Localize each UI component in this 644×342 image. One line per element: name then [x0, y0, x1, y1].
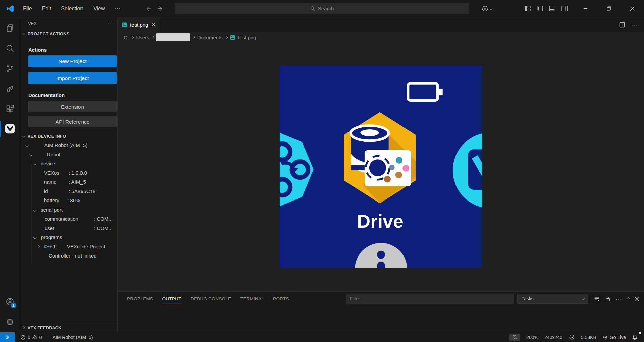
split-editor-icon[interactable] [619, 22, 625, 28]
redacted-user-segment[interactable] [156, 33, 190, 41]
import-project-button[interactable]: Import Project [28, 72, 117, 84]
panel-tab-terminal[interactable]: TERMINAL [240, 294, 264, 303]
tree-row[interactable]: name : AIM_5 [19, 178, 117, 187]
copilot-icon [481, 5, 489, 12]
tree-row[interactable]: id : 5A895C18 [19, 187, 117, 196]
remote-indicator[interactable] [0, 332, 15, 342]
panel-more-actions-icon[interactable]: ··· [616, 296, 622, 302]
section-label: VEX DEVICE INFO [28, 134, 66, 139]
menu-edit[interactable]: Edit [38, 4, 55, 14]
toggle-panel-icon[interactable] [549, 5, 556, 12]
vex-extension-icon[interactable] [0, 121, 19, 137]
notifications-bell-icon[interactable] [629, 332, 641, 342]
output-filter-input[interactable] [346, 294, 514, 304]
settings-gear-icon[interactable] [0, 314, 19, 330]
chevron-right-icon [192, 36, 195, 39]
tree-row[interactable]: user : COM... [19, 224, 117, 233]
panel-tab-ports[interactable]: PORTS [273, 294, 289, 303]
activity-bar: 1 [0, 17, 19, 332]
error-icon [20, 335, 26, 340]
customize-layout-icon[interactable] [524, 5, 531, 12]
tree-row[interactable]: AIM Robot (AIM_5) [19, 141, 117, 150]
menu-selection[interactable]: Selection [57, 4, 87, 14]
vision-card-icon [364, 150, 411, 186]
new-project-button[interactable]: New Project [28, 55, 117, 67]
status-bar: 0 0 AIM Robot (AIM_5) 200% 240x240 5.53K… [0, 332, 644, 342]
sidebar-title: VEX [28, 21, 37, 26]
breadcrumb-documents[interactable]: Documents [197, 35, 223, 40]
tree-row[interactable]: device [19, 159, 117, 169]
chevron-down-icon [26, 144, 29, 147]
output-channel-select[interactable]: Tasks [517, 294, 588, 304]
chevron-down-icon [22, 32, 25, 35]
tab-test-png[interactable]: test.png ✕ [118, 17, 159, 32]
image-file-icon [122, 22, 127, 28]
tab-label: test.png [130, 22, 148, 28]
tree-row[interactable]: programs [19, 233, 117, 242]
tree-row[interactable]: Robot [19, 150, 117, 160]
section-label: VEX FEEDBACK [28, 325, 62, 330]
tree-row[interactable]: battery : 80% [19, 196, 117, 206]
sidebar-more-actions-icon[interactable]: ··· [108, 21, 113, 26]
tree-row-program[interactable]: C++ 1: VEXcode Project [19, 242, 117, 252]
breadcrumb-users[interactable]: Users [136, 35, 149, 40]
extension-doc-button[interactable]: Extension [28, 101, 117, 112]
problems-status[interactable]: 0 0 [17, 332, 45, 342]
image-preview: Drive [118, 42, 644, 291]
account-icon[interactable]: 1 [0, 294, 19, 310]
lock-scroll-icon[interactable] [605, 296, 611, 302]
zoom-out-button[interactable] [506, 332, 523, 342]
editor-more-actions-icon[interactable]: ··· [632, 22, 638, 28]
global-search-box[interactable]: Search [175, 3, 469, 14]
cpp-file-icon: C++ [44, 244, 52, 249]
toggle-secondary-sidebar-icon[interactable] [561, 5, 568, 12]
restore-button[interactable] [597, 0, 621, 17]
section-device-info[interactable]: VEX DEVICE INFO [19, 132, 117, 140]
tree-row[interactable]: Controller - not linked [19, 251, 117, 261]
section-project-actions[interactable]: PROJECT ACTIONS [19, 30, 117, 38]
clear-output-icon[interactable] [594, 296, 600, 302]
toggle-primary-sidebar-icon[interactable] [536, 5, 543, 12]
editor-group: test.png ✕ ··· C: Users Documents test.p… [118, 17, 644, 332]
test-png-image: Drive [280, 66, 482, 268]
error-count: 0 [28, 335, 30, 340]
tree-row[interactable]: VEXos : 1.0.0.0 [19, 169, 117, 178]
search-placeholder: Search [318, 6, 334, 11]
image-zoom-level[interactable]: 200% [523, 332, 541, 342]
image-file-size[interactable]: 5.53KB [578, 332, 599, 342]
connected-device-status[interactable]: AIM Robot (AIM_5) [50, 332, 96, 342]
back-arrow-icon[interactable] [145, 6, 151, 12]
tree-row[interactable]: communication : COM... [19, 215, 117, 224]
close-tab-icon[interactable]: ✕ [151, 22, 156, 28]
go-live-button[interactable]: Go Live [599, 332, 629, 342]
breadcrumb-drive[interactable]: C: [124, 35, 129, 40]
close-window-button[interactable] [621, 0, 644, 17]
maximize-panel-icon[interactable] [627, 297, 630, 300]
chevron-down-icon [33, 236, 37, 239]
image-file-icon [230, 35, 235, 40]
section-vex-feedback[interactable]: VEX FEEDBACK [19, 323, 117, 332]
panel-tab-output[interactable]: OUTPUT [162, 294, 181, 303]
copilot-menu[interactable] [481, 5, 492, 12]
image-dimensions[interactable]: 240x240 [541, 332, 566, 342]
vscode-logo-icon [6, 4, 14, 13]
extensions-icon[interactable] [0, 101, 19, 117]
api-reference-button[interactable]: API Reference [28, 116, 117, 127]
output-body[interactable] [118, 306, 644, 332]
breadcrumb-file[interactable]: test.png [238, 35, 256, 40]
run-debug-icon[interactable] [0, 80, 19, 97]
panel-tab-debug-console[interactable]: DEBUG CONSOLE [191, 294, 231, 303]
menu-more-icon[interactable]: ··· [111, 4, 124, 14]
tree-row[interactable]: serial port [19, 206, 117, 215]
minimize-button[interactable] [574, 0, 597, 17]
menu-file[interactable]: File [19, 4, 36, 14]
explorer-icon[interactable] [0, 20, 19, 36]
source-control-icon[interactable] [0, 60, 19, 76]
close-panel-icon[interactable] [634, 296, 639, 301]
menu-view[interactable]: View [89, 4, 109, 14]
forward-arrow-icon[interactable] [157, 6, 163, 12]
panel-tab-problems[interactable]: PROBLEMS [127, 294, 153, 303]
notification-dot [639, 332, 641, 334]
search-view-icon[interactable] [0, 40, 19, 56]
copilot-status-icon[interactable] [566, 332, 578, 342]
